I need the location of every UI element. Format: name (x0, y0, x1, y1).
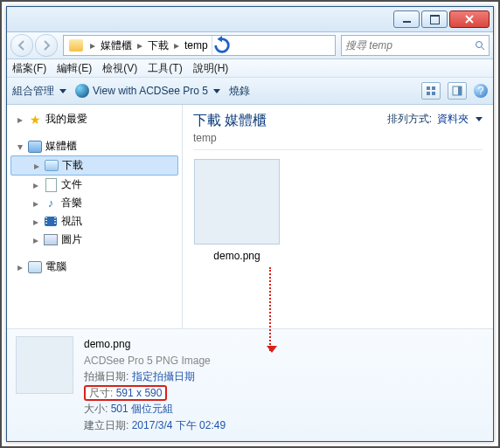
svg-point-0 (476, 42, 483, 48)
toolbar: 組合管理 View with ACDSee Pro 5 燒錄 ? (7, 78, 493, 105)
view-options-button[interactable] (421, 82, 441, 100)
menu-help[interactable]: 說明(H) (193, 61, 229, 76)
tree-libraries[interactable]: ▾ 媒體櫃 (7, 137, 182, 155)
breadcrumb-seg[interactable]: 媒體櫃 (97, 38, 135, 53)
details-pane: demo.png ACDSee Pro 5 PNG Image 拍攝日期: 指定… (7, 328, 493, 441)
annotation-arrow (269, 267, 273, 351)
folder-icon (69, 39, 83, 52)
folder-icon (45, 159, 59, 173)
picture-icon (44, 233, 58, 247)
svg-rect-1 (427, 86, 430, 90)
search-placeholder: 搜尋 temp (345, 38, 392, 53)
menu-file[interactable]: 檔案(F) (12, 61, 46, 76)
tree-pictures[interactable]: ▸ 圖片 (7, 231, 182, 249)
computer-icon (28, 260, 42, 274)
search-input[interactable]: 搜尋 temp (341, 35, 490, 56)
nav-tree: ▸★ 我的最愛 ▾ 媒體櫃 ▸ 下載 ▸ 文件 ▸♪ 音樂 (7, 105, 183, 328)
tree-computer[interactable]: ▸ 電腦 (7, 258, 182, 276)
file-caption: demo.png (193, 250, 281, 262)
acdsee-icon (75, 84, 89, 98)
menu-view[interactable]: 檢視(V) (102, 61, 137, 76)
svg-rect-2 (432, 86, 435, 90)
forward-button[interactable] (35, 34, 58, 57)
minimize-button[interactable] (393, 10, 420, 28)
breadcrumb-seg[interactable]: 下載 (144, 38, 172, 53)
body: ▸★ 我的最愛 ▾ 媒體櫃 ▸ 下載 ▸ 文件 ▸♪ 音樂 (7, 105, 493, 328)
video-icon (44, 215, 58, 229)
svg-rect-4 (432, 92, 435, 95)
details-filetype: ACDSee Pro 5 PNG Image (84, 353, 484, 369)
search-icon (475, 40, 485, 51)
file-item[interactable]: demo.png (193, 159, 281, 262)
maximize-button[interactable] (421, 10, 448, 28)
close-button[interactable] (449, 10, 490, 28)
dimensions-highlight: 尺寸: 591 x 590 (84, 385, 167, 401)
help-icon[interactable]: ? (474, 84, 488, 98)
burn-button[interactable]: 燒錄 (229, 84, 250, 99)
details-created: 2017/3/4 下午 02:49 (132, 419, 226, 431)
menu-edit[interactable]: 編輯(E) (57, 61, 92, 76)
organize-button[interactable]: 組合管理 (12, 84, 66, 99)
breadcrumb[interactable]: ▸ 媒體櫃 ▸ 下載 ▸ temp (63, 35, 336, 56)
explorer-window: ▸ 媒體櫃 ▸ 下載 ▸ temp 搜尋 temp 檔案(F) 編輯(E) 檢視… (6, 6, 494, 442)
page-subtitle: temp (193, 132, 387, 144)
acdsee-button[interactable]: View with ACDSee Pro 5 (75, 84, 220, 98)
libraries-icon (28, 140, 42, 154)
preview-pane-button[interactable] (448, 82, 467, 100)
details-size: 501 個位元組 (111, 403, 173, 415)
title-bar (7, 7, 493, 32)
thumbnail-icon (194, 159, 280, 245)
sort-value[interactable]: 資料夾 (437, 112, 469, 127)
menu-tools[interactable]: 工具(T) (148, 61, 182, 76)
page-title: 下載 媒體櫃 (193, 112, 387, 130)
music-icon: ♪ (44, 196, 58, 210)
tree-documents[interactable]: ▸ 文件 (7, 176, 182, 194)
content-pane: 下載 媒體櫃 temp 排列方式: 資料夾 demo.png (183, 105, 493, 328)
nav-bar: ▸ 媒體櫃 ▸ 下載 ▸ temp 搜尋 temp (7, 32, 493, 59)
details-thumbnail (16, 336, 73, 394)
tree-favorites[interactable]: ▸★ 我的最愛 (7, 110, 182, 128)
tree-music[interactable]: ▸♪ 音樂 (7, 194, 182, 212)
svg-rect-6 (458, 86, 462, 95)
svg-rect-3 (427, 92, 430, 95)
star-icon: ★ (28, 113, 42, 127)
document-icon (44, 178, 58, 192)
back-button[interactable] (10, 34, 33, 57)
tree-videos[interactable]: ▸ 視訊 (7, 212, 182, 231)
details-shot-date[interactable]: 指定拍攝日期 (132, 370, 195, 383)
tree-downloads[interactable]: ▸ 下載 (10, 155, 178, 176)
menu-bar: 檔案(F) 編輯(E) 檢視(V) 工具(T) 說明(H) (7, 59, 493, 78)
details-dimensions: 591 x 590 (116, 387, 163, 399)
breadcrumb-seg[interactable]: temp (181, 39, 212, 52)
chevron-down-icon (476, 117, 483, 121)
details-filename: demo.png (84, 338, 130, 350)
sort-by[interactable]: 排列方式: 資料夾 (387, 112, 483, 127)
refresh-button[interactable] (212, 36, 232, 55)
